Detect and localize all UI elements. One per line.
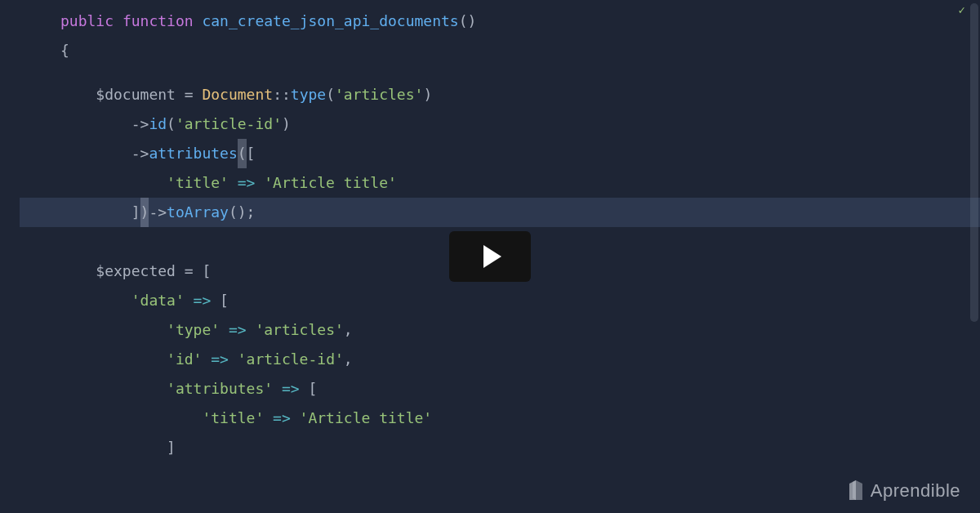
open-bracket: [ [202,256,211,286]
scope-operator: :: [273,80,291,109]
arrow-operator: -> [131,139,149,168]
string-literal: 'article-id' [176,109,282,139]
code-line: ->id('article-id') [60,109,980,139]
double-arrow: => [229,168,264,198]
code-line: 'title' => 'Article title' [60,168,980,198]
close-bracket: ] [167,433,176,462]
array-value: 'article-id' [238,345,344,374]
status-checkmark-icon: ✓ [959,3,965,16]
method-name: toArray [167,198,229,227]
code-line: $document = Document::type('articles') [60,80,980,109]
double-arrow: => [264,404,299,433]
array-key: 'attributes' [167,374,273,404]
code-line: { [60,36,980,65]
open-bracket: [ [247,139,256,168]
code-line: 'data' => [ [60,286,980,315]
array-value: 'articles' [255,315,343,345]
parentheses: (); [229,198,256,227]
open-paren: ( [326,80,335,109]
play-button[interactable] [449,231,531,282]
code-line: ->attributes([ [60,139,980,168]
array-key: 'id' [167,345,202,374]
code-line: ] [60,433,980,462]
brand-logo: Aprendible [848,480,960,502]
code-line: 'type' => 'articles', [60,315,980,345]
function-name: can_create_json_api_documents [202,7,458,36]
array-key: 'type' [167,315,220,345]
method-name: attributes [149,139,237,168]
code-line: 'id' => 'article-id', [60,345,980,374]
open-paren-highlight: ( [238,139,247,168]
array-key: 'data' [131,286,185,315]
double-arrow: => [220,315,255,345]
keyword-public: public [60,7,114,36]
comma: , [344,345,353,374]
double-arrow: => [185,286,220,315]
open-bracket: [ [308,374,317,404]
keyword-function: function [122,7,194,36]
close-bracket: ] [131,198,140,227]
comma: , [344,315,353,345]
code-line-active: ])->toArray(); [0,198,980,227]
operator: = [176,256,203,286]
class-name: Document [202,80,273,109]
double-arrow: => [273,374,308,404]
array-value: 'Article title' [300,404,433,433]
string-literal: 'articles' [335,80,423,109]
variable: $expected [96,256,176,286]
array-key: 'title' [167,168,229,198]
vertical-scrollbar[interactable] [970,3,978,322]
operator: = [176,80,203,109]
parentheses: () [459,7,477,36]
brand-name: Aprendible [871,480,960,502]
empty-line [60,65,980,80]
editor-gutter [0,0,20,513]
double-arrow: => [202,345,237,374]
arrow-operator: -> [131,109,149,139]
array-key: 'title' [202,404,264,433]
brand-logo-icon [848,480,864,502]
cursor-position: -> [149,198,167,227]
code-line: public function can_create_json_api_docu… [60,7,980,36]
close-paren: ) [423,80,432,109]
method-name: type [291,80,326,109]
open-paren: ( [167,109,176,139]
open-bracket: [ [220,286,229,315]
array-value: 'Article title' [264,168,397,198]
open-brace: { [60,36,69,65]
code-line: 'attributes' => [ [60,374,980,404]
method-name: id [149,109,167,139]
code-line: 'title' => 'Article title' [60,404,980,433]
variable: $document [96,80,176,109]
close-paren: ) [282,109,291,139]
play-icon [483,245,501,268]
close-paren-highlight: ) [140,198,149,227]
